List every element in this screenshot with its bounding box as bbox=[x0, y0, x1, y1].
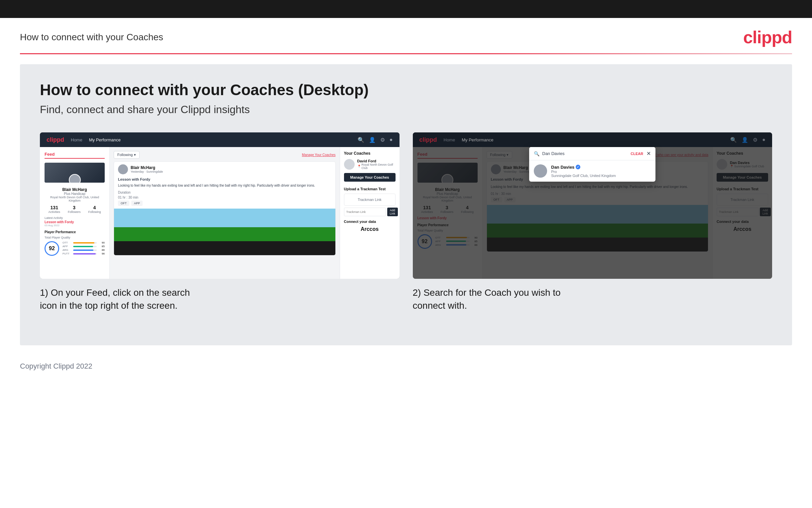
header-divider bbox=[20, 53, 792, 54]
copyright: Copyright Clippd 2022 bbox=[20, 362, 92, 370]
stat-activities: 131 Activities bbox=[48, 205, 60, 214]
nav-my-performance[interactable]: My Performance bbox=[89, 137, 121, 142]
main-content: How to connect with your Coaches (Deskto… bbox=[20, 64, 792, 345]
main-subheading: Find, connect and share your Clippd insi… bbox=[40, 103, 772, 116]
search-result-item[interactable]: Dan Davies ✓ Pro Sunningdale Golf Club, … bbox=[529, 160, 656, 182]
post-duration: Duration bbox=[114, 190, 335, 196]
step2-label: 2) Search for the Coach you wish toconne… bbox=[413, 286, 772, 312]
following-button[interactable]: Following ▾ bbox=[114, 151, 140, 159]
top-bar bbox=[0, 0, 812, 18]
header: How to connect with your Coaches clippd bbox=[0, 18, 812, 53]
post-body: Looking to feel like my hands are exitin… bbox=[114, 183, 335, 190]
clear-button[interactable]: CLEAR bbox=[630, 152, 643, 156]
bar-arg: ARG 86 bbox=[62, 249, 105, 252]
page-title: How to connect with your Coaches bbox=[20, 32, 163, 43]
result-role: Pro bbox=[551, 170, 616, 174]
result-avatar bbox=[534, 164, 547, 178]
profile-handicap: Plus Handicap bbox=[45, 192, 105, 196]
right-sidebar: Your Coaches David Ford 📍 Royal North De… bbox=[340, 147, 399, 279]
modal-search-icon: 🔍 bbox=[534, 151, 539, 156]
center-feed: Following ▾ Manage Your Coaches Blair Mc… bbox=[110, 147, 340, 279]
profile-club: Royal North Devon Golf Club, United King… bbox=[45, 196, 105, 202]
trackman-box: Trackman Link bbox=[344, 194, 395, 206]
post-duration-val: 01 hr : 30 min bbox=[114, 196, 335, 201]
step1-frame: clippd Home My Performance 🔍 👤 ⚙ ● Feed bbox=[40, 132, 399, 279]
main-heading: How to connect with your Coaches (Deskto… bbox=[40, 81, 772, 99]
post-title: Lesson with Fordy bbox=[114, 177, 335, 183]
arccos-logo: Arccos bbox=[344, 226, 395, 232]
trackman-input[interactable] bbox=[344, 208, 386, 216]
search-modal-header: 🔍 Dan Davies CLEAR ✕ bbox=[529, 147, 656, 160]
profile-name: Blair McHarg bbox=[45, 187, 105, 192]
post-header: Blair McHarg Yesterday · Sunningdale bbox=[114, 162, 335, 177]
golf-scene bbox=[114, 209, 335, 255]
step1-label: 1) On your Feed, click on the searchicon… bbox=[40, 286, 399, 312]
coach-name: David Ford bbox=[357, 159, 395, 163]
manage-coaches-button[interactable]: Manage Your Coaches bbox=[344, 173, 395, 182]
feed-tab[interactable]: Feed bbox=[45, 152, 105, 159]
control-link[interactable]: Manage Your Coaches bbox=[302, 153, 335, 157]
screenshots-row: clippd Home My Performance 🔍 👤 ⚙ ● Feed bbox=[40, 132, 772, 312]
activity-date: 03 Aug 2022 bbox=[45, 224, 105, 227]
stat-following: 4 Following bbox=[88, 205, 101, 214]
left-sidebar: Feed Blair McHarg Plus Handicap Royal No… bbox=[40, 147, 110, 279]
post-author: Blair McHarg bbox=[131, 165, 163, 170]
profile-icon[interactable]: 👤 bbox=[369, 137, 376, 143]
nav-icons: 🔍 👤 ⚙ ● bbox=[357, 137, 393, 143]
clippd-logo: clippd bbox=[743, 27, 792, 47]
score-circle: 92 bbox=[45, 241, 59, 256]
trackman-input-row: Add Link bbox=[344, 208, 395, 216]
profile-stats: 131 Activities 3 Followers 4 Following bbox=[45, 205, 105, 214]
search-icon[interactable]: 🔍 bbox=[357, 137, 364, 143]
connect-title: Connect your data bbox=[344, 220, 395, 223]
coach-avatar bbox=[344, 159, 355, 170]
step2-frame: clippd Home My Performance 🔍 👤 ⚙ ● Feed bbox=[413, 132, 772, 279]
trackman-placeholder: Trackman Link bbox=[357, 198, 382, 202]
result-name: Dan Davies ✓ bbox=[551, 165, 616, 170]
coach-info: David Ford 📍 Royal North Devon Golf Club bbox=[357, 159, 395, 170]
bar-app: APP 85 bbox=[62, 245, 105, 248]
settings-icon[interactable]: ⚙ bbox=[380, 137, 385, 143]
upload-title: Upload a Trackman Test bbox=[344, 187, 395, 191]
score-circle-wrap: 92 OTT 90 APP bbox=[45, 241, 105, 256]
perf-title: Player Performance bbox=[45, 230, 105, 234]
app-btn[interactable]: APP bbox=[131, 201, 143, 206]
post-meta: Yesterday · Sunningdale bbox=[131, 170, 163, 173]
off-btn[interactable]: OFT bbox=[118, 201, 129, 206]
post-card: Blair McHarg Yesterday · Sunningdale Les… bbox=[114, 161, 336, 255]
following-row: Following ▾ Manage Your Coaches bbox=[114, 151, 336, 159]
close-icon[interactable]: ✕ bbox=[647, 151, 651, 157]
add-link-button[interactable]: Add Link bbox=[387, 208, 398, 216]
search-query[interactable]: Dan Davies bbox=[542, 151, 630, 156]
latest-activity-label: Latest Activity bbox=[45, 216, 105, 220]
post-author-info: Blair McHarg Yesterday · Sunningdale bbox=[131, 165, 163, 173]
post-image bbox=[114, 209, 335, 255]
score-bars: OTT 90 APP 85 bbox=[62, 241, 105, 256]
search-modal: 🔍 Dan Davies CLEAR ✕ Dan Davies ✓ Pro bbox=[529, 147, 656, 182]
result-club: Sunningdale Golf Club, United Kingdom bbox=[551, 174, 616, 178]
step2-panel: clippd Home My Performance 🔍 👤 ⚙ ● Feed bbox=[413, 132, 772, 312]
location-icon: 📍 bbox=[357, 165, 361, 168]
stat-followers: 3 Followers bbox=[68, 205, 81, 214]
post-actions: OFT APP bbox=[114, 201, 335, 209]
nav-home[interactable]: Home bbox=[71, 137, 83, 142]
bar-ott: OTT 90 bbox=[62, 241, 105, 244]
verified-badge: ✓ bbox=[576, 165, 580, 169]
post-avatar bbox=[118, 164, 128, 174]
app-body: Feed Blair McHarg Plus Handicap Royal No… bbox=[40, 147, 399, 279]
perf-sub: Total Player Quality bbox=[45, 236, 105, 239]
bar-putt: PUTT 96 bbox=[62, 252, 105, 255]
app-nav: clippd Home My Performance 🔍 👤 ⚙ ● bbox=[40, 132, 399, 147]
avatar-icon[interactable]: ● bbox=[389, 137, 393, 143]
coach-item: David Ford 📍 Royal North Devon Golf Club bbox=[344, 159, 395, 170]
profile-banner bbox=[45, 163, 105, 183]
app-nav-logo: clippd bbox=[47, 136, 64, 143]
coach-club: 📍 Royal North Devon Golf Club bbox=[357, 163, 395, 170]
activity-link[interactable]: Lesson with Fordy bbox=[45, 220, 105, 224]
step1-panel: clippd Home My Performance 🔍 👤 ⚙ ● Feed bbox=[40, 132, 399, 312]
coaches-title: Your Coaches bbox=[344, 151, 395, 156]
footer: Copyright Clippd 2022 bbox=[0, 355, 812, 377]
performance-section: Player Performance Total Player Quality … bbox=[45, 230, 105, 256]
result-info: Dan Davies ✓ Pro Sunningdale Golf Club, … bbox=[551, 165, 616, 178]
